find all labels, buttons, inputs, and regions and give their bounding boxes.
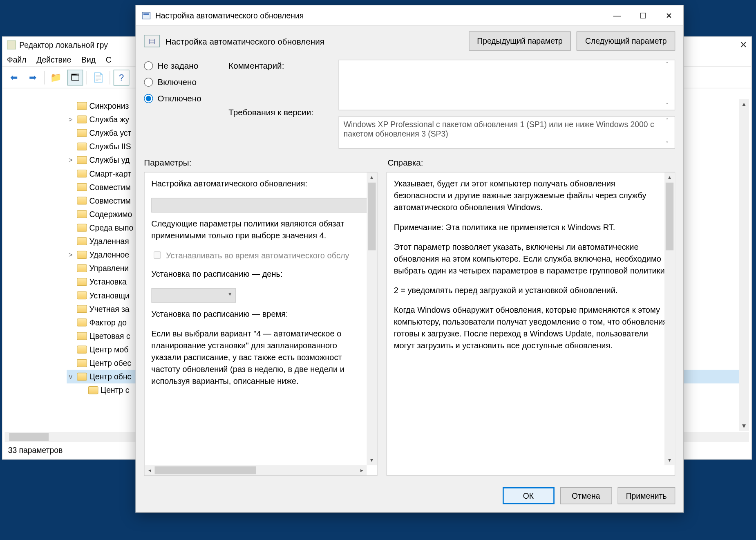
minimize-icon[interactable]: — <box>604 7 630 24</box>
tree-item-label: Совместим <box>89 196 130 205</box>
folder-icon <box>77 183 87 191</box>
help-icon[interactable]: ? <box>114 69 130 85</box>
next-setting-button[interactable]: Следующий параметр <box>577 31 675 51</box>
folder-icon <box>77 346 87 354</box>
folder-icon <box>77 359 87 367</box>
expand-icon[interactable]: v <box>67 373 74 381</box>
tree-item-label: Фактор до <box>89 318 127 327</box>
tree-item-label: Служба уст <box>89 128 131 137</box>
supported-on-textbox: Windows XP Professional с пакетом обновл… <box>338 116 675 149</box>
options-panel: Настройка автоматического обновления: Сл… <box>144 172 377 476</box>
tree-item-label: Службы уд <box>89 155 130 164</box>
folder-icon <box>88 386 98 394</box>
tree-item-label: Среда выпо <box>89 223 133 232</box>
dialog-button-row: ОК Отмена Применить <box>136 482 683 512</box>
folder-icon <box>77 143 87 150</box>
supported-on-label: Требования к версии: <box>228 108 327 117</box>
folder-icon <box>77 224 87 231</box>
folder-icon <box>77 305 87 313</box>
document-icon <box>7 40 16 49</box>
radio-disabled[interactable]: Отключено <box>144 94 217 103</box>
ok-button[interactable]: ОК <box>503 487 555 504</box>
tree-item-label: Совместим <box>89 183 130 192</box>
folder-icon <box>77 291 87 299</box>
menu-file[interactable]: Файл <box>7 55 27 64</box>
svg-rect-1 <box>143 13 149 15</box>
chevron-up-icon: ˄ <box>666 118 673 124</box>
menu-extra[interactable]: С <box>106 55 112 64</box>
folder-icon <box>77 210 87 218</box>
options-label: Параметры: <box>144 158 374 167</box>
chevron-down-icon: ˅ <box>666 103 673 109</box>
scheduled-day-dropdown[interactable]: ▾ <box>151 288 236 303</box>
tree-item-label: Службы IIS <box>89 142 131 151</box>
chevron-up-icon: ˄ <box>666 61 673 67</box>
tree-item-label: Учетная за <box>89 305 129 314</box>
comment-textbox[interactable]: ˄˅ <box>338 60 675 110</box>
tree-item-label: Служба жу <box>89 115 129 124</box>
tree-item-label: Удаленная <box>89 237 129 246</box>
policy-dialog: Настройка автоматического обновления — ☐… <box>136 5 684 513</box>
tree-item-label: Удаленное <box>89 250 129 259</box>
folder-icon <box>77 318 87 326</box>
expand-icon[interactable]: > <box>67 115 74 123</box>
tree-item-label: Центр моб <box>89 345 128 354</box>
gpedit-vscrollbar[interactable]: ▲▼ <box>739 99 749 430</box>
menu-action[interactable]: Действие <box>36 55 71 64</box>
comment-label: Комментарий: <box>228 61 327 70</box>
state-radio-group: Не задано Включено Отключено <box>144 60 217 103</box>
options-vscrollbar[interactable]: ▴▾ <box>367 173 377 465</box>
up-folder-icon[interactable]: 📁 <box>48 69 64 85</box>
folder-icon <box>77 264 87 272</box>
folder-icon <box>77 115 87 123</box>
options-hscrollbar[interactable]: ◂▸ <box>145 465 367 475</box>
back-icon[interactable]: ⬅ <box>6 69 22 85</box>
tree-item-label: Центр обнс <box>89 372 131 381</box>
policy-icon <box>142 11 151 20</box>
tree-view-icon[interactable]: 🗔 <box>67 69 83 85</box>
expand-icon[interactable]: > <box>67 156 74 164</box>
install-during-maintenance-checkbox[interactable]: Устанавливать во время автоматического о… <box>151 250 370 260</box>
tree-item-label: Центр обес <box>89 359 131 367</box>
tree-item-label: Синхрониз <box>89 101 129 110</box>
tree-item-label: Смарт-карт <box>89 169 131 178</box>
tree-item-label: Центр с <box>101 386 129 395</box>
gpedit-title: Редактор локальной гру <box>19 40 108 49</box>
radio-not-configured[interactable]: Не задано <box>144 61 217 70</box>
apply-button[interactable]: Применить <box>617 487 675 504</box>
gpedit-close-icon[interactable]: ✕ <box>740 39 747 50</box>
folder-icon <box>77 278 87 286</box>
expand-icon[interactable]: > <box>67 251 74 259</box>
help-label: Справка: <box>387 158 423 167</box>
tree-item-label: Установка <box>89 278 126 287</box>
cancel-button[interactable]: Отмена <box>560 487 612 504</box>
svg-rect-0 <box>142 12 150 19</box>
folder-icon <box>77 332 87 340</box>
tree-item-label: Цветовая с <box>89 332 130 341</box>
tree-item-label: Управлени <box>89 264 129 273</box>
settings-sheet-icon: ▤ <box>144 35 160 47</box>
dialog-title: Настройка автоматического обновления <box>155 11 604 20</box>
folder-icon <box>77 251 87 259</box>
close-icon[interactable]: ✕ <box>656 7 682 24</box>
tree-item-label: Установщи <box>89 291 129 300</box>
dialog-titlebar[interactable]: Настройка автоматического обновления — ☐… <box>136 5 683 26</box>
previous-setting-button[interactable]: Предыдущий параметр <box>469 31 571 51</box>
forward-icon[interactable]: ➡ <box>25 69 41 85</box>
radio-enabled[interactable]: Включено <box>144 77 217 87</box>
dialog-subtitle: Настройка автоматического обновления <box>166 36 463 46</box>
folder-icon <box>77 197 87 204</box>
menu-view[interactable]: Вид <box>81 55 96 64</box>
chevron-down-icon: ˅ <box>666 141 673 147</box>
folder-icon <box>77 129 87 137</box>
update-mode-dropdown[interactable] <box>151 198 370 213</box>
export-icon[interactable]: 📄 <box>90 69 106 85</box>
help-vscrollbar[interactable]: ▴▾ <box>664 173 675 465</box>
help-panel: Указывает, будет ли этот компьютер получ… <box>387 172 675 476</box>
folder-icon <box>77 156 87 164</box>
folder-icon <box>77 102 87 110</box>
maximize-icon[interactable]: ☐ <box>630 7 656 24</box>
folder-icon <box>77 373 87 381</box>
folder-icon <box>77 238 87 245</box>
tree-item-label: Содержимо <box>89 210 132 219</box>
